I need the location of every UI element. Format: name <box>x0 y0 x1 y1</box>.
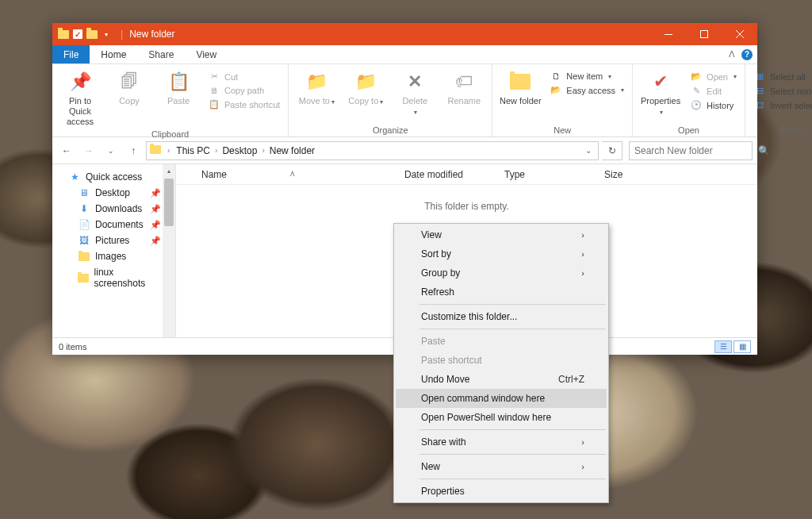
select-none-button[interactable]: ⊟Select none <box>750 85 812 97</box>
chevron-right-icon[interactable]: › <box>262 146 264 155</box>
select-none-icon: ⊟ <box>753 86 766 96</box>
separator <box>419 429 606 430</box>
sidebar-item-documents[interactable]: 📄 Documents 📌 <box>52 217 175 233</box>
easy-access-button[interactable]: 📂Easy access▾ <box>546 84 627 96</box>
edit-icon: ✎ <box>690 86 703 96</box>
folder-icon[interactable] <box>86 28 98 40</box>
column-size[interactable]: Size <box>598 169 757 180</box>
search-box[interactable]: 🔍 <box>629 141 753 160</box>
pin-icon: 📌 <box>150 220 161 230</box>
context-new[interactable]: New› <box>396 457 607 476</box>
chevron-right-icon[interactable]: › <box>215 146 217 155</box>
help-icon[interactable]: ? <box>741 49 753 60</box>
paste-shortcut-button[interactable]: 📋Paste shortcut <box>205 98 283 110</box>
breadcrumb-new-folder[interactable]: New folder <box>270 145 315 156</box>
collapse-ribbon-icon[interactable]: ᐱ <box>729 49 735 60</box>
quick-access-dropdown-icon[interactable]: ▾ <box>100 28 113 40</box>
svg-rect-1 <box>700 31 707 38</box>
titlebar[interactable]: ✓ ▾ | New folder <box>52 23 757 45</box>
tab-share[interactable]: Share <box>137 45 185 63</box>
pin-icon: 📌 <box>150 204 161 214</box>
column-date[interactable]: Date modified <box>398 169 498 180</box>
sidebar-item-desktop[interactable]: 🖥 Desktop 📌 <box>52 185 175 201</box>
pin-to-quick-access-button[interactable]: 📌 Pin to Quick access <box>57 69 103 128</box>
column-name[interactable]: Nameᐱ <box>195 169 398 180</box>
addressbar[interactable]: › This PC › Desktop › New folder ⌄ <box>146 141 599 160</box>
tab-file[interactable]: File <box>52 45 90 63</box>
properties-quick-icon[interactable]: ✓ <box>71 28 84 40</box>
context-paste-shortcut[interactable]: Paste shortcut <box>396 351 607 370</box>
refresh-button[interactable]: ↻ <box>602 141 622 160</box>
context-paste[interactable]: Paste <box>396 332 607 351</box>
sidebar-item-pictures[interactable]: 🖼 Pictures 📌 <box>52 233 175 248</box>
recent-locations-button[interactable]: ⌄ <box>102 141 121 160</box>
context-open-powershell-window[interactable]: Open PowerShell window here <box>396 408 607 427</box>
scroll-thumb[interactable] <box>164 179 174 226</box>
chevron-right-icon: › <box>581 437 584 447</box>
tab-home[interactable]: Home <box>90 45 137 63</box>
context-properties[interactable]: Properties <box>396 482 607 501</box>
forward-button[interactable]: → <box>79 141 98 160</box>
edit-button[interactable]: ✎Edit <box>687 85 740 97</box>
sidebar-item-downloads[interactable]: ⬇ Downloads 📌 <box>52 201 175 217</box>
rename-button[interactable]: 🏷 Rename <box>441 69 487 106</box>
tab-view[interactable]: View <box>185 45 228 63</box>
pin-icon: 📌 <box>150 236 161 246</box>
item-count: 0 items <box>59 342 86 352</box>
address-dropdown-icon[interactable]: ⌄ <box>582 146 595 155</box>
context-group-by[interactable]: Group by› <box>396 263 607 283</box>
context-refresh[interactable]: Refresh <box>396 283 607 302</box>
back-button[interactable]: ← <box>57 141 76 160</box>
context-share-with[interactable]: Share with› <box>396 432 607 452</box>
history-button[interactable]: 🕑History <box>687 99 740 111</box>
open-icon: 📂 <box>690 71 703 82</box>
sidebar-scrollbar[interactable]: ▴ <box>163 164 175 337</box>
sidebar-item-images[interactable]: Images <box>52 248 175 264</box>
context-menu: View› Sort by› Group by› Refresh Customi… <box>393 223 609 503</box>
paste-icon: 📋 <box>168 69 190 94</box>
context-undo-move[interactable]: Undo MoveCtrl+Z <box>396 370 607 389</box>
new-folder-button[interactable]: New folder <box>497 69 543 106</box>
select-all-button[interactable]: ⊞Select all <box>750 71 812 83</box>
open-button[interactable]: 📂Open▾ <box>687 71 740 83</box>
context-customize[interactable]: Customize this folder... <box>396 307 607 326</box>
close-button[interactable] <box>722 23 757 45</box>
chevron-right-icon[interactable]: › <box>167 146 170 155</box>
copy-path-button[interactable]: 🗎Copy path <box>205 85 283 96</box>
new-folder-icon <box>510 69 530 94</box>
minimize-button[interactable] <box>650 23 686 45</box>
maximize-button[interactable] <box>686 23 722 45</box>
move-to-button[interactable]: 📁 Move to▾ <box>293 69 339 106</box>
paste-button[interactable]: 📋 Paste <box>155 69 201 106</box>
new-item-icon: 🗋 <box>550 71 562 81</box>
details-view-button[interactable]: ☰ <box>714 340 732 353</box>
column-type[interactable]: Type <box>498 169 598 180</box>
copy-to-button[interactable]: 📁 Copy to▾ <box>343 69 389 106</box>
separator <box>419 479 606 479</box>
copy-button[interactable]: 🗐 Copy <box>106 69 152 106</box>
properties-button[interactable]: ✔ Properties▾ <box>638 69 684 117</box>
star-icon: ★ <box>68 171 81 183</box>
context-open-command-window[interactable]: Open command window here <box>396 389 607 408</box>
scroll-up-icon[interactable]: ▴ <box>163 164 175 177</box>
invert-selection-button[interactable]: ⊡Invert selection <box>750 99 812 111</box>
search-icon[interactable]: 🔍 <box>758 145 770 156</box>
folder-icon <box>78 252 90 261</box>
up-button[interactable]: ↑ <box>124 141 143 160</box>
sort-indicator-icon: ᐱ <box>290 171 294 178</box>
ribbon-group-open-label: Open <box>638 124 740 136</box>
breadcrumb-desktop[interactable]: Desktop <box>222 145 257 156</box>
sidebar-item-linux-screenshots[interactable]: linux screenshots <box>52 264 175 291</box>
cut-button[interactable]: ✂Cut <box>205 71 283 83</box>
copy-to-icon: 📁 <box>355 69 377 94</box>
sidebar-quick-access[interactable]: ★ Quick access <box>52 169 175 185</box>
breadcrumb-this-pc[interactable]: This PC <box>176 145 210 156</box>
context-sort-by[interactable]: Sort by› <box>396 244 607 263</box>
search-input[interactable] <box>634 145 753 156</box>
context-view[interactable]: View› <box>396 225 607 244</box>
new-item-button[interactable]: 🗋New item▾ <box>546 71 627 82</box>
thumbnails-view-button[interactable]: ▦ <box>733 340 751 353</box>
delete-button[interactable]: ✕ Delete▾ <box>392 69 438 117</box>
ribbon-group-clipboard: 📌 Pin to Quick access 🗐 Copy 📋 Paste ✂Cu… <box>52 64 289 136</box>
ribbon-group-new: New folder 🗋New item▾ 📂Easy access▾ New <box>492 64 633 136</box>
